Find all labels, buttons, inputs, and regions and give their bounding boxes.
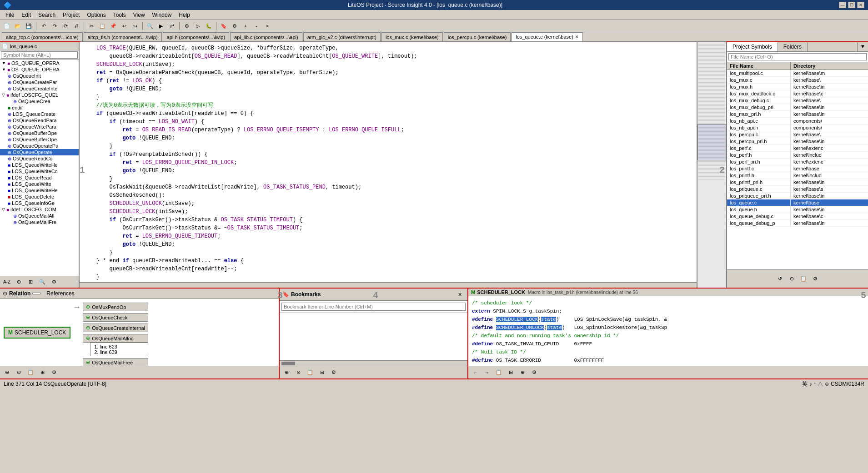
symbol-item[interactable]: ■LOS_QueueWrite [0,181,79,187]
file-row[interactable]: los_mux.hkernel\base\in [727,84,868,90]
file-row[interactable]: los_perf.hkernel\includ [727,152,868,159]
sym-list-btn[interactable]: ⊞ [25,277,35,287]
bookmark-search-input[interactable] [281,303,466,311]
menu-options[interactable]: Options [83,11,109,19]
mac-btn-1[interactable]: 📋 [494,368,504,378]
tb-redo[interactable]: ↪ [130,21,140,31]
symbol-item[interactable]: ■LOS_QueueWriteHe [0,187,79,194]
file-row[interactable]: los_perf_pri.hkernel\extenc [727,159,868,165]
file-row[interactable]: los_queue.ckernel\base [727,199,868,206]
menu-window[interactable]: Window [149,11,176,19]
right-panel-dropdown[interactable]: ▼ [857,42,868,51]
relation-target-node[interactable]: ⊕OsQueueCreateInternal [83,324,148,332]
menu-file[interactable]: File [2,11,18,19]
minimize-button[interactable]: — [839,2,846,8]
minimap-viewport[interactable] [697,124,726,160]
symbol-item[interactable]: ■LOS_QueueRead [0,174,79,181]
symbol-item[interactable]: ⊕OsQueueOperate [0,149,79,155]
mac-btn-4[interactable]: ⚙ [529,368,539,378]
file-row[interactable]: los_priqueue_pri.hkernel\base\in [727,193,868,199]
expand-icon[interactable]: ▽ [2,207,5,212]
tb-replace[interactable]: ⇄ [167,21,177,31]
menu-view[interactable]: View [130,11,149,19]
symbol-item[interactable]: ⊕OsQueueCrea [0,98,79,105]
tb-findnext[interactable]: ▶ [156,21,166,31]
tab-item[interactable]: altcp_tcp.c (components\...\core) [2,32,83,41]
relation-target-node[interactable]: ⊕OsQueueMailAlloc [83,334,148,343]
symbol-item[interactable]: ⊕OsQueueBufferOpe [0,130,79,136]
tb-more2[interactable]: - [251,21,261,31]
tb-paste[interactable]: 📌 [108,21,118,31]
line-ref[interactable]: 1. line 623 [94,344,144,349]
tb-print[interactable]: 🖨 [71,21,81,31]
tab-item[interactable]: api.h (components\...\lwip) [163,32,229,41]
tb-bookmark[interactable]: 🔖 [219,21,229,31]
tb-more1[interactable]: + [241,21,251,31]
tb-settings[interactable]: ⚙ [230,21,240,31]
symbol-item[interactable]: ■LOS_QueueWriteCo [0,168,79,174]
tb-back[interactable]: ↶ [39,21,49,31]
symbol-item[interactable]: ■endif [0,105,79,111]
symbol-item[interactable]: ▽■ifdef LOSCFG_COM [0,206,79,213]
bookmark-close-btn[interactable]: ✕ [455,289,465,299]
maximize-button[interactable]: ☐ [848,2,855,8]
rel-btn-2[interactable]: ⊙ [14,368,24,378]
tb-compile[interactable]: ⚙ [182,21,192,31]
rel-btn-4[interactable]: ⊞ [37,368,47,378]
symbol-item[interactable]: ⊕OsQueueInit [0,73,79,79]
file-row[interactable]: los_queue_debug_pkernel\base\in [727,220,868,227]
bookmark-scrollbar[interactable] [280,360,467,366]
file-row[interactable]: los_mux_debug_pri.kernel\base\in [727,104,868,111]
file-row[interactable]: los_perf.ckernel\extenc [727,145,868,152]
symbol-item[interactable]: ⊕OsQueueCreateInte [0,85,79,92]
right-btn-4[interactable]: ⚙ [810,274,820,284]
bm-btn-3[interactable]: 📋 [305,368,315,378]
file-row[interactable]: los_mux_debug.ckernel\base\ [727,97,868,104]
tab-item[interactable]: altcp_tls.h (components\...\lwip) [84,32,162,41]
expand-icon[interactable]: ▼ [2,67,6,72]
mac-btn-2[interactable]: ⊞ [506,368,516,378]
symbol-item[interactable]: ⊕LOS_QueueCreate [0,111,79,117]
right-btn-3[interactable]: 📋 [798,274,808,284]
file-row[interactable]: los_mux_pri.hkernel\base\in [727,111,868,118]
line-ref[interactable]: 2. line 639 [94,349,144,355]
file-row[interactable]: los_printf.ckernel\base [727,165,868,172]
relation-target-node[interactable]: ⊕OsQueueMailFree [83,358,148,366]
menu-search[interactable]: Search [35,11,59,19]
rel-btn-3[interactable]: 📋 [25,368,35,378]
tb-forward[interactable]: ↷ [50,21,60,31]
menu-help[interactable]: Help [175,11,194,19]
symbol-item[interactable]: ▽■ifdef LOSCFG_QUEL [0,92,79,98]
tab-item[interactable]: los_mux.c (kernel\base) [381,32,443,41]
tb-new[interactable]: 📄 [2,21,12,31]
sym-add-btn[interactable]: ⊕ [14,277,24,287]
file-row[interactable]: los_priqueue.ckernel\base\s [727,186,868,193]
tab-item[interactable]: arm_gic_v2.c (drivers\interrupt) [303,32,381,41]
relation-tab[interactable] [32,293,40,294]
tab-item[interactable]: los_percpu.c (kernel\base) [444,32,511,41]
tb-copy[interactable]: 📋 [97,21,107,31]
bm-btn-5[interactable]: ⚙ [329,368,339,378]
rel-btn-5[interactable]: ⚙ [49,368,59,378]
symbol-item[interactable]: ▼■OS_QUEUE_OPERA [0,60,79,66]
right-btn-2[interactable]: ⊙ [787,274,797,284]
relation-target-node[interactable]: ⊕OsQueueCheck [83,313,148,322]
tab-item[interactable]: los_queue.c (kernel\base) ✕ [512,32,583,41]
file-row[interactable]: los_percpu.ckernel\base\ [727,131,868,138]
file-row[interactable]: los_queue.hkernel\base\in [727,206,868,213]
tb-more3[interactable]: × [262,21,272,31]
menu-edit[interactable]: Edit [18,11,35,19]
horizontal-scrollbar[interactable] [80,282,697,288]
menu-project[interactable]: Project [59,11,83,19]
tb-cut[interactable]: ✂ [86,21,96,31]
file-row[interactable]: los_printf.hkernel\includ [727,172,868,179]
symbol-item[interactable]: ⊕OsQueueMailFre [0,219,79,225]
file-search-input[interactable] [728,53,867,60]
symbol-item[interactable]: ⊕OsQueueOperatePa [0,143,79,149]
file-row[interactable]: los_queue_debug.ckernel\base\c [727,213,868,220]
file-row[interactable]: los_mux.ckernel\base\ [727,77,868,84]
symbol-item[interactable]: ⊕OsQueueWritePara [0,124,79,130]
symbol-item[interactable]: ■LOS_QueueWriteHe [0,162,79,168]
mac-btn-forward[interactable]: → [482,368,492,378]
file-row[interactable]: los_nb_api.hcomponents\ [727,124,868,131]
